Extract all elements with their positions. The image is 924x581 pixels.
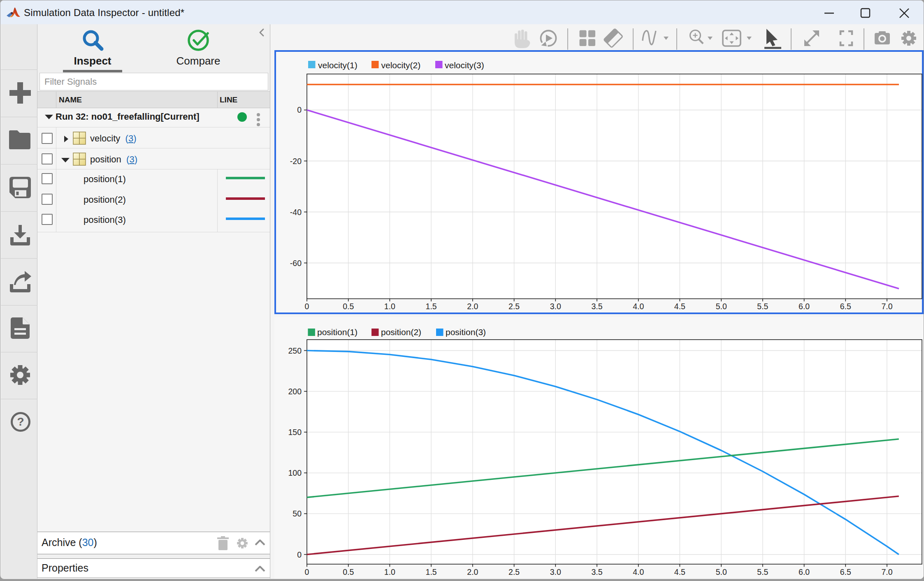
svg-text:3.0: 3.0: [550, 302, 561, 311]
svg-text:1.5: 1.5: [426, 302, 437, 311]
svg-text:1.0: 1.0: [384, 567, 395, 576]
svg-text:7.0: 7.0: [881, 567, 892, 576]
svg-text:0: 0: [297, 550, 302, 559]
svg-text:0: 0: [297, 105, 302, 114]
svg-text:6.0: 6.0: [799, 567, 810, 576]
svg-text:5.0: 5.0: [716, 567, 727, 576]
svg-text:3.5: 3.5: [591, 567, 602, 576]
svg-text:1.0: 1.0: [384, 302, 395, 311]
svg-text:6.0: 6.0: [799, 302, 810, 311]
svg-text:4.5: 4.5: [674, 302, 685, 311]
svg-text:4.0: 4.0: [633, 302, 644, 311]
svg-text:4.0: 4.0: [633, 567, 644, 576]
svg-text:250: 250: [288, 346, 302, 355]
svg-text:0.5: 0.5: [343, 567, 354, 576]
svg-text:1.5: 1.5: [426, 567, 437, 576]
svg-text:0: 0: [305, 567, 309, 576]
svg-text:position(1): position(1): [317, 327, 358, 337]
svg-text:3.0: 3.0: [550, 567, 561, 576]
svg-text:3.5: 3.5: [591, 302, 602, 311]
svg-text:100: 100: [288, 468, 302, 477]
svg-text:velocity(1): velocity(1): [318, 60, 358, 70]
svg-text:2.5: 2.5: [508, 567, 520, 576]
svg-text:-40: -40: [290, 208, 302, 217]
svg-text:7.0: 7.0: [881, 302, 892, 311]
svg-text:?: ?: [17, 415, 24, 428]
svg-text:5.5: 5.5: [757, 567, 768, 576]
svg-text:2.0: 2.0: [467, 302, 478, 311]
svg-text:4.5: 4.5: [674, 567, 685, 576]
svg-text:200: 200: [288, 387, 302, 396]
svg-text:50: 50: [293, 509, 302, 518]
svg-text:5.5: 5.5: [757, 302, 768, 311]
svg-text:150: 150: [288, 428, 302, 437]
svg-text:velocity(2): velocity(2): [381, 60, 421, 70]
svg-text:5.0: 5.0: [716, 302, 727, 311]
svg-text:2.5: 2.5: [508, 302, 520, 311]
svg-text:velocity(3): velocity(3): [445, 60, 484, 70]
svg-text:position(3): position(3): [446, 327, 486, 337]
svg-text:6.5: 6.5: [840, 567, 851, 576]
svg-text:0: 0: [305, 302, 309, 311]
svg-text:6.5: 6.5: [840, 302, 851, 311]
svg-text:-60: -60: [290, 259, 302, 268]
svg-text:2.0: 2.0: [467, 567, 478, 576]
svg-text:0.5: 0.5: [343, 302, 354, 311]
svg-text:-20: -20: [290, 157, 302, 166]
svg-text:position(2): position(2): [381, 327, 421, 337]
